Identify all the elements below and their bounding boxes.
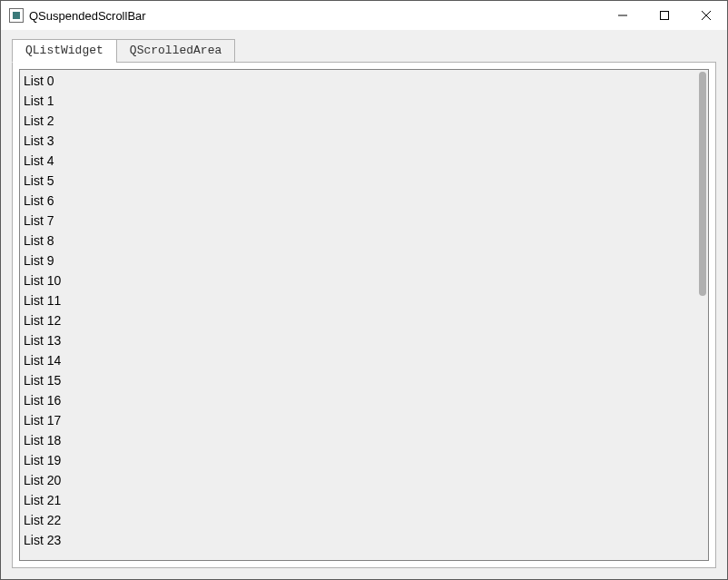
close-button[interactable]	[685, 1, 727, 30]
svg-rect-1	[661, 12, 669, 20]
list-item[interactable]: List 1	[24, 91, 708, 111]
scrollbar-vertical[interactable]	[699, 72, 706, 558]
list-item[interactable]: List 0	[24, 71, 708, 91]
maximize-icon	[660, 11, 669, 20]
list-item[interactable]: List 19	[24, 450, 708, 470]
minimize-icon	[618, 11, 627, 20]
tab-qscrolledarea[interactable]: QScrolledArea	[116, 39, 235, 63]
list-item[interactable]: List 14	[24, 350, 708, 370]
scrollbar-thumb[interactable]	[699, 72, 706, 296]
list-item[interactable]: List 13	[24, 330, 708, 350]
list-item[interactable]: List 5	[24, 171, 708, 191]
window-title: QSuspendedScrollBar	[29, 9, 146, 23]
list-item[interactable]: List 11	[24, 290, 708, 310]
list-widget[interactable]: List 0List 1List 2List 3List 4List 5List…	[19, 69, 709, 561]
window-frame: QSuspendedScrollBar QListWidget QScro	[0, 0, 728, 580]
tab-label: QScrolledArea	[130, 44, 221, 57]
titlebar[interactable]: QSuspendedScrollBar	[1, 1, 727, 30]
list-item[interactable]: List 2	[24, 111, 708, 131]
client-area: QListWidget QScrolledArea List 0List 1Li…	[1, 30, 727, 579]
list-item[interactable]: List 8	[24, 231, 708, 251]
list-item[interactable]: List 21	[24, 490, 708, 510]
maximize-button[interactable]	[644, 1, 685, 30]
list-item[interactable]: List 18	[24, 430, 708, 450]
app-icon	[9, 8, 24, 23]
list-item[interactable]: List 7	[24, 211, 708, 231]
list-item[interactable]: List 3	[24, 131, 708, 151]
list-item[interactable]: List 12	[24, 310, 708, 330]
list-item[interactable]: List 16	[24, 390, 708, 410]
list-item[interactable]: List 20	[24, 470, 708, 490]
minimize-button[interactable]	[602, 1, 644, 30]
tab-label: QListWidget	[25, 44, 103, 57]
list-item[interactable]: List 10	[24, 270, 708, 290]
list-item[interactable]: List 9	[24, 251, 708, 270]
list-viewport: List 0List 1List 2List 3List 4List 5List…	[20, 70, 708, 560]
list-item[interactable]: List 15	[24, 370, 708, 390]
list-item[interactable]: List 22	[24, 510, 708, 530]
list-item[interactable]: List 6	[24, 191, 708, 211]
tab-qlistwidget[interactable]: QListWidget	[12, 39, 117, 63]
close-icon	[702, 11, 711, 20]
tab-page: List 0List 1List 2List 3List 4List 5List…	[12, 62, 716, 568]
tabbar: QListWidget QScrolledArea	[12, 39, 716, 63]
list-item[interactable]: List 23	[24, 530, 708, 550]
list-item[interactable]: List 4	[24, 151, 708, 171]
list-item[interactable]: List 17	[24, 410, 708, 430]
